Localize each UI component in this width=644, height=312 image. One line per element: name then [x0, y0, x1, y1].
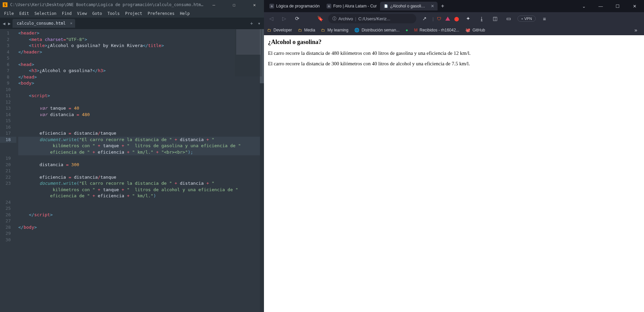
- page-content: ¿Alcohol o gasolina? El carro recorre la…: [264, 35, 644, 312]
- sublime-window: S C:\Users\Keriz\Desktop\ONE Bootcamp\Lo…: [0, 0, 264, 312]
- line-gutter: 1234567891011121314151617181920212223242…: [0, 29, 16, 312]
- editor-tab[interactable]: calculo_consumo.html ✕: [13, 19, 75, 28]
- download-icon[interactable]: ⭳: [477, 16, 486, 22]
- reload-icon[interactable]: ⟳: [292, 16, 302, 22]
- menu-tools[interactable]: Tools: [105, 10, 123, 17]
- minimize-icon[interactable]: —: [593, 4, 608, 9]
- menu-goto[interactable]: Goto: [90, 10, 105, 17]
- browser-tab-active[interactable]: 📄 ¿Alcohol o gasolina? ✕: [380, 2, 438, 10]
- browser-tab[interactable]: a Lógica de programación: [266, 2, 323, 10]
- bookmark-item[interactable]: 🗀Media: [298, 28, 315, 32]
- browser-tab[interactable]: a Foro | Alura Latam - Cur: [323, 2, 380, 10]
- menu-project[interactable]: Project: [123, 10, 145, 17]
- back-icon[interactable]: ◁: [267, 16, 276, 22]
- menu-help[interactable]: Help: [177, 10, 193, 17]
- share-icon[interactable]: ↗: [420, 16, 429, 22]
- menu-preferences[interactable]: Preferences: [145, 10, 177, 17]
- brave-shields-icon[interactable]: 🛡: [437, 16, 441, 21]
- tab-close-icon[interactable]: ✕: [70, 21, 72, 25]
- menu-edit[interactable]: Edit: [17, 10, 32, 17]
- record-icon[interactable]: ⬤: [454, 16, 459, 21]
- whatsapp-icon: ●: [405, 28, 408, 32]
- menu-find[interactable]: Find: [59, 10, 74, 17]
- browser-tab-strip: a Lógica de programación a Foro | Alura …: [264, 0, 644, 12]
- brave-rewards-icon[interactable]: [445, 17, 450, 21]
- new-tab-icon[interactable]: +: [250, 21, 253, 26]
- folder-icon: 🗀: [267, 28, 271, 32]
- page-heading: ¿Alcohol o gasolina?: [268, 39, 640, 46]
- sublime-tab-bar: ◀ ▶ calculo_consumo.html ✕ + ▾: [0, 18, 264, 29]
- close-icon[interactable]: ✕: [627, 4, 642, 9]
- page-paragraph: El carro recorre la distancia de 300 kil…: [268, 61, 640, 67]
- bookmarks-bar: 🗀Developer 🗀Media 🗀My learning 🌐Distribu…: [264, 25, 644, 35]
- vpn-badge[interactable]: VPN: [517, 16, 535, 22]
- sublime-title: C:\Users\Keriz\Desktop\ONE Bootcamp\Logi…: [10, 2, 204, 7]
- tab-label: calculo_consumo.html: [17, 21, 66, 26]
- minimap[interactable]: [235, 29, 262, 76]
- bookmark-icon[interactable]: 🔖: [315, 16, 325, 22]
- sublime-logo-icon: S: [3, 2, 7, 7]
- bookmarks-overflow-icon[interactable]: »: [631, 27, 641, 33]
- tab-label: Lógica de programación: [276, 4, 320, 8]
- folder-icon: 🗀: [321, 28, 325, 32]
- page-paragraph: El carro recorre la distancia de 480 kil…: [268, 50, 640, 56]
- menu-file[interactable]: File: [1, 10, 17, 17]
- url-path: C:/Users/Keriz...: [358, 16, 391, 21]
- tab-label: ¿Alcohol o gasolina?: [390, 4, 427, 8]
- favicon-icon: a: [327, 4, 331, 8]
- sublime-titlebar[interactable]: S C:\Users\Keriz\Desktop\ONE Bootcamp\Lo…: [0, 0, 264, 9]
- maximize-icon[interactable]: ☐: [610, 4, 625, 9]
- tab-label: Foro | Alura Latam - Cur: [333, 4, 377, 8]
- url-scheme: Archivo: [338, 16, 353, 21]
- minimize-icon[interactable]: —: [207, 2, 221, 7]
- menu-icon[interactable]: ≡: [540, 16, 549, 22]
- favicon-icon: 📄: [383, 4, 388, 8]
- maximize-icon[interactable]: ☐: [227, 2, 241, 7]
- tab-menu-icon[interactable]: ▾: [258, 21, 261, 26]
- bookmark-item[interactable]: ●: [405, 28, 408, 32]
- info-icon: ⓘ: [332, 16, 336, 22]
- close-icon[interactable]: ✕: [248, 2, 261, 7]
- bookmark-item[interactable]: 🐙GitHub: [465, 28, 485, 32]
- bookmark-item[interactable]: 🌐Distribución seman...: [354, 28, 399, 32]
- sidebar-icon[interactable]: ◫: [490, 16, 500, 22]
- bookmark-item[interactable]: MRecibidos - rh16042...: [414, 28, 459, 32]
- favicon-icon: a: [269, 4, 274, 8]
- browser-toolbar: ◁ ▷ ⟳ 🔖 ⓘ Archivo | C:/Users/Keriz... ↗ …: [264, 12, 644, 25]
- menu-selection[interactable]: Selection: [32, 10, 59, 17]
- gmail-icon: M: [414, 28, 418, 32]
- bookmark-item[interactable]: 🗀My learning: [321, 28, 348, 32]
- new-tab-button[interactable]: +: [438, 3, 447, 9]
- github-icon: 🐙: [465, 28, 470, 32]
- url-bar[interactable]: ⓘ Archivo | C:/Users/Keriz...: [328, 14, 416, 23]
- menu-view[interactable]: View: [74, 10, 90, 17]
- code-content[interactable]: <header> <meta charset="UTF-8"> <title>¿…: [16, 29, 264, 312]
- bookmark-item[interactable]: 🗀Developer: [267, 28, 292, 32]
- url-sep: |: [355, 16, 356, 21]
- browser-window: a Lógica de programación a Foro | Alura …: [264, 0, 644, 312]
- forward-icon[interactable]: ▷: [280, 16, 289, 22]
- folder-icon: 🗀: [298, 28, 302, 32]
- nav-arrows[interactable]: ◀ ▶: [3, 21, 10, 26]
- extensions-icon[interactable]: ✦: [463, 16, 473, 22]
- chevron-down-icon[interactable]: ⌄: [576, 4, 591, 9]
- wallet-icon[interactable]: ▭: [504, 16, 513, 22]
- tab-close-icon[interactable]: ✕: [431, 4, 434, 8]
- sublime-menu-bar: File Edit Selection Find View Goto Tools…: [0, 9, 264, 18]
- globe-icon: 🌐: [354, 28, 359, 32]
- editor-area[interactable]: 1234567891011121314151617181920212223242…: [0, 29, 264, 312]
- window-controls: — ☐ ✕: [207, 2, 261, 7]
